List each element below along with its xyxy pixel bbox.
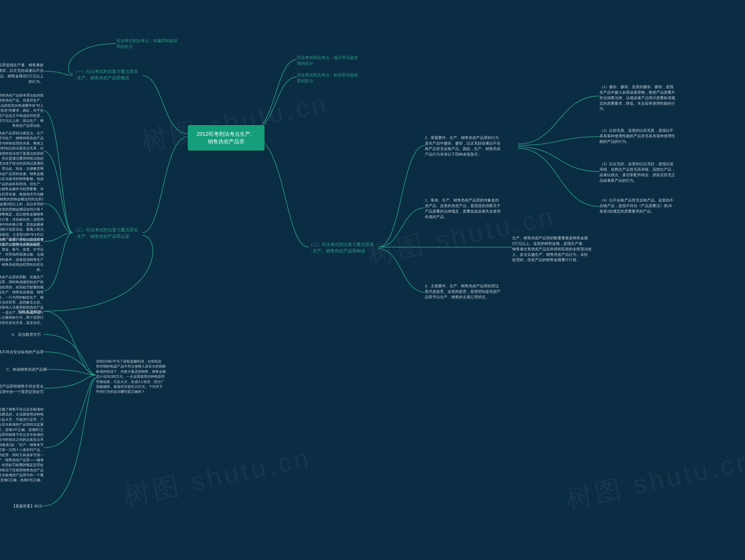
section1-head[interactable]: （一）司法考试刑法复习重点罪名 ：生产、销售伪劣产品罪概念 bbox=[73, 68, 142, 81]
section3-p3: 3、生产、销售伪劣产品罪的未遂。销售金额 是指犯罪既遂以非法获得的销售数额，包括… bbox=[0, 172, 44, 247]
section3-p2: 2、生产、销售伪劣产品罪的法条竞合。生产 、销售伪劣产品罪与生产、销售特殊伪劣产… bbox=[0, 131, 44, 171]
past-option-b[interactable]: B、构成销售不符合安全标准的产品罪 bbox=[0, 349, 44, 355]
past-exam-label[interactable]: 历年真题解析 bbox=[18, 309, 42, 315]
section2-obj2-form3: （3）以次充好。这里的以次充好，是指以低 等级、低档次产品冒充高等级、高档次产品… bbox=[600, 162, 690, 183]
section2-obj1: 1、客体。生产、销售伪劣产品罪的对象是伪 劣产品。这里的伪劣产品，是指违反国家关… bbox=[425, 198, 515, 219]
section2-obj2-form2: （2）以假充真。这里的以假充真，是指以不 具有某种使用性能的产品冒充具有该种使用… bbox=[600, 128, 690, 144]
past-question: 2005/2/66.甲为了获取超额利润，在明知其 所经销的电器产品不符合保障人身… bbox=[96, 359, 186, 394]
past-option-a[interactable]: A、应当数罪并罚 bbox=[12, 332, 41, 338]
section2-obj2-amount: 生产、销售伪劣产品罪的数量要素是销售金额 5万元以上。这里的销售金额，是指生产者… bbox=[512, 236, 603, 263]
past-analysis: 【真题解析】甲实施了销售不符合安全标准的 产品行为，是显而易见的。企业因使用这种… bbox=[0, 407, 44, 483]
section2-obj2-form1: （1）掺杂、掺假。这里的掺杂、掺假，是指 在产品中掺入杂质或者异物，致使产品质量… bbox=[600, 84, 690, 112]
section1-related[interactable]: 司法考试刑法考点：诈骗罪和盗窃 罪的区分 bbox=[117, 38, 181, 50]
past-option-c[interactable]: C、构成销售伪劣产品罪 bbox=[6, 367, 47, 373]
rel-topic-qiangduo[interactable]: 司法考试刑法考点：抢夺罪与抢劫 罪的区分 bbox=[297, 72, 361, 84]
past-option-d[interactable]: D、应按照销售伪劣产品罪和销售不符合安全 标准的产品罪中的一个重罪定罪处罚 bbox=[0, 384, 44, 395]
section3-p5: 5、生产、销售伪劣产品罪的罪数。实施生产 、销售伪劣商品犯罪，同时构成侵犯知识产… bbox=[0, 275, 44, 325]
past-answer: 【真题答案】BCD bbox=[12, 503, 42, 509]
watermark: 树图 shutu.cn bbox=[563, 443, 745, 517]
section3-p1: 1、生产、销售特殊伪劣产品按本罪论处的情 形。生产、销售特殊伪劣产品，但某些生产… bbox=[0, 93, 44, 129]
rel-topic-qinzhanzui[interactable]: 司法考试刑法考点：侵占罪与盗窃 罪的区分 bbox=[297, 55, 361, 67]
root-node[interactable]: 2012司考刑法考点生产、 销售伪劣产品罪 bbox=[188, 125, 264, 151]
section2-obj2-head: 2、客观要件。生产、销售伪劣产品罪的行为 是在产品中掺杂、掺假，以次充好或者以不… bbox=[425, 135, 515, 157]
section2-obj2-form4: （4）以不合格产品冒充合格产品。这里的不 合格产品，是指不符合《产品质量法》第2… bbox=[600, 198, 690, 214]
section2-head[interactable]: （二）司法考试刑法复习重点罪名 ：生产、销售伪劣产品罪构成 bbox=[309, 241, 378, 254]
connectors bbox=[0, 0, 745, 560]
watermark: 树图 shutu.cn bbox=[121, 440, 314, 514]
section3-head[interactable]: （三）司法考试刑法复习重点罪名 ：生产、销售伪劣产品罪认定 bbox=[73, 227, 142, 240]
section1-definition: 生产、销售伪劣产品罪是指生产者、销售者故 意在产品中掺杂、掺假，以次充好或者以不… bbox=[0, 63, 44, 84]
section3-p4: 4、生产、销售伪劣产品罪的共犯。知道或者 应当知道他人实施生产、销售伪劣商品犯罪… bbox=[0, 237, 44, 273]
section2-obj3: 3、主观要件。生产、销售伪劣产品罪的罪过 形式是故意。这里的故意，是指明知是伪劣… bbox=[425, 283, 515, 300]
